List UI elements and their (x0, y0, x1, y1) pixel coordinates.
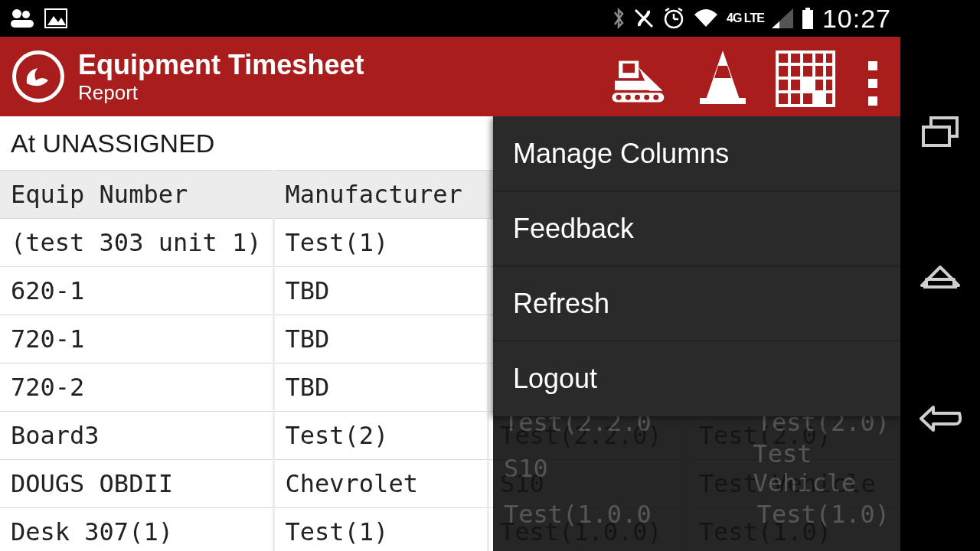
overflow-menu: Manage ColumnsFeedbackRefreshLogout (493, 116, 900, 416)
table-cell: Desk 307(1) (0, 508, 273, 552)
bluetooth-icon (612, 7, 626, 30)
svg-rect-2 (11, 20, 34, 28)
page-title: Equipment Timesheet (78, 49, 364, 81)
app-bar: Equipment Timesheet Report (0, 37, 900, 116)
battery-icon (801, 7, 815, 30)
menu-scrim[interactable]: ModelEquipmentTest(1.0.0)UNASSIGNEDTBDTe… (493, 116, 900, 551)
svg-marker-43 (922, 267, 959, 285)
svg-line-10 (678, 8, 682, 11)
svg-rect-16 (622, 64, 635, 73)
table-cell: Test(2) (273, 412, 488, 460)
page-subtitle: Report (78, 81, 364, 105)
equipment-icon[interactable] (609, 46, 671, 107)
table-cell: Test(1) (273, 219, 488, 267)
table-cell: 620-1 (0, 267, 273, 315)
menu-item[interactable]: Feedback (493, 191, 900, 266)
svg-rect-18 (615, 81, 651, 90)
android-status-bar: 4G LTE 10:27 (0, 0, 900, 37)
svg-marker-12 (772, 21, 779, 28)
menu-item[interactable]: Logout (493, 341, 900, 416)
svg-rect-38 (868, 61, 877, 70)
table-cell: TBD (273, 364, 488, 412)
svg-rect-14 (805, 8, 810, 11)
svg-marker-4 (47, 16, 66, 25)
home-icon[interactable] (919, 262, 962, 295)
table-cell: Board3 (0, 412, 273, 460)
overflow-menu-icon[interactable] (858, 46, 888, 107)
svg-line-9 (665, 8, 669, 11)
app-logo-icon[interactable] (12, 51, 64, 103)
table-cell: (test 303 unit 1) (0, 219, 273, 267)
column-header[interactable]: Equip Number (0, 171, 273, 219)
back-icon[interactable] (918, 406, 962, 435)
svg-rect-36 (814, 92, 825, 106)
svg-marker-26 (714, 66, 731, 78)
content-area: At UNASSIGNED Equip Number Manufacturer … (0, 116, 900, 551)
svg-rect-40 (868, 96, 877, 106)
svg-point-20 (616, 95, 622, 100)
vibrate-icon (633, 7, 655, 30)
android-nav-bar (900, 0, 980, 551)
network-4g-lte-icon: 4G LTE (727, 13, 764, 24)
svg-point-1 (22, 11, 30, 18)
svg-point-21 (626, 95, 631, 100)
calendar-grid-icon[interactable] (775, 46, 836, 107)
svg-rect-37 (802, 78, 814, 92)
svg-point-0 (12, 9, 21, 18)
table-cell: TBD (273, 267, 488, 315)
table-cell: Chevrolet (273, 460, 488, 508)
wifi-icon (693, 8, 719, 28)
table-cell: 720-1 (0, 315, 273, 364)
table-cell: 720-2 (0, 364, 273, 412)
table-cell: DOUGS OBDII (0, 460, 273, 508)
cone-icon[interactable] (692, 46, 753, 107)
network-label: 4G LTE (727, 13, 764, 24)
recent-apps-icon[interactable] (920, 116, 960, 152)
svg-point-24 (653, 95, 658, 100)
menu-item[interactable]: Refresh (493, 266, 900, 341)
table-cell: TBD (273, 315, 488, 364)
svg-rect-39 (868, 79, 877, 88)
column-header[interactable]: Manufacturer (273, 171, 488, 219)
alarm-icon (662, 7, 685, 30)
contacts-icon (9, 8, 35, 29)
svg-marker-11 (772, 8, 793, 28)
table-cell: Test(1) (273, 508, 488, 552)
svg-point-22 (635, 95, 640, 100)
signal-icon (772, 8, 793, 28)
status-clock: 10:27 (822, 4, 891, 34)
menu-item[interactable]: Manage Columns (493, 116, 900, 191)
svg-rect-27 (700, 98, 746, 104)
svg-rect-42 (923, 127, 949, 145)
svg-point-23 (644, 95, 649, 100)
picture-icon (44, 8, 67, 28)
svg-rect-13 (802, 10, 813, 29)
